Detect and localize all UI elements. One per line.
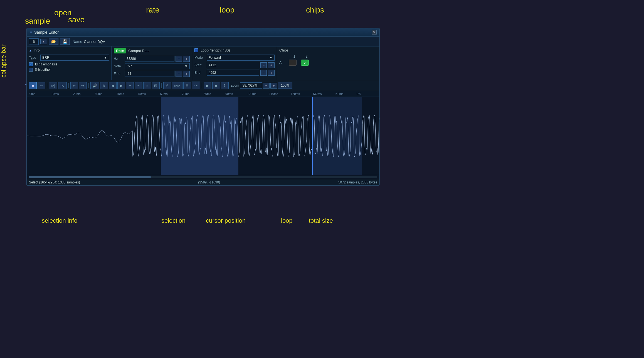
hz-minus-button[interactable]: −: [176, 56, 182, 62]
title-bar-left: ▼ Sample Editor: [29, 30, 59, 35]
loop-btn1[interactable]: ⇄: [163, 82, 171, 89]
tl-40ms: 40ms: [116, 92, 138, 95]
chips-col2-header: 2: [301, 55, 312, 58]
loop-checkbox[interactable]: ✓: [194, 48, 198, 52]
sample-number-dropdown[interactable]: ▼: [40, 39, 47, 44]
start-plus-button[interactable]: +: [268, 62, 275, 68]
loop-title: Loop (length: 480): [201, 48, 230, 52]
end-minus-button[interactable]: −: [260, 70, 267, 76]
select-tool-button[interactable]: ■: [29, 82, 37, 89]
mode-dropdown-icon: ▼: [269, 56, 273, 60]
tl-140ms: 140ms: [334, 92, 356, 95]
dither-checkbox[interactable]: [29, 68, 33, 72]
fine-plus-button[interactable]: +: [183, 71, 190, 77]
tl-90ms: 90ms: [225, 92, 246, 95]
hz-value[interactable]: 33286: [125, 56, 174, 62]
ann-loop: loop: [220, 6, 235, 14]
scrollbar-track[interactable]: [29, 176, 377, 178]
fine-label: Fine: [114, 72, 124, 76]
chip-a2[interactable]: ✓: [301, 60, 309, 66]
start-value[interactable]: 4112: [207, 62, 259, 68]
brr-emphasis-checkbox[interactable]: ✓: [29, 62, 33, 66]
loop-header: ✓ Loop (length: 480): [194, 48, 275, 52]
loop-start-button[interactable]: ⊳|: [49, 82, 57, 89]
timeline: 0ms 10ms 20ms 30ms 40ms 50ms 60ms 70ms 8…: [27, 91, 379, 97]
note-value: C-7: [127, 64, 132, 68]
status-bar: Select (1654-2984: 1330 samples) (3599, …: [27, 179, 379, 185]
undo-button[interactable]: ↩: [70, 82, 78, 89]
plus-small-button[interactable]: +: [126, 82, 134, 89]
minus-small-button[interactable]: −: [135, 82, 142, 89]
pencil-tool-button[interactable]: ✏: [38, 82, 45, 89]
chips-panel: Chips 1 2 A ✓: [277, 46, 379, 80]
tl-10ms: 10ms: [51, 92, 72, 95]
fine-row: Fine -11 − +: [114, 71, 190, 77]
export-btn[interactable]: ⤴: [221, 82, 229, 89]
speaker-button[interactable]: 🔊: [90, 82, 99, 89]
mode-select[interactable]: Forward ▼: [207, 55, 275, 61]
ann-rate: rate: [146, 6, 159, 14]
type-select[interactable]: BRR ▼: [40, 55, 109, 61]
close-button[interactable]: ✕: [372, 30, 377, 35]
chips-grid: 1 2 A ✓: [279, 55, 377, 66]
end-plus-button[interactable]: +: [268, 70, 275, 76]
waveform-area[interactable]: [27, 97, 379, 175]
toolbar-sep1: [47, 83, 47, 88]
dither-row: 8-bit dither: [29, 68, 109, 72]
play-button[interactable]: ▶: [117, 82, 125, 89]
zoom-plus-button[interactable]: +: [270, 83, 277, 89]
toolbar-sep4: [161, 83, 162, 88]
x-button[interactable]: ✕: [143, 82, 151, 89]
note-row: Note C-7 ▼: [114, 63, 190, 69]
ann-chips: chips: [306, 6, 324, 14]
toolbar-sep5: [202, 83, 202, 88]
wave-btn[interactable]: 〜: [192, 82, 200, 89]
center-button[interactable]: ⊕: [100, 82, 108, 89]
brr-emphasis-row: ✓ BRR emphasis: [29, 62, 109, 66]
redo-button[interactable]: ↪: [79, 82, 87, 89]
loop-btn2[interactable]: ⊳⊳: [172, 82, 182, 89]
note-select[interactable]: C-7 ▼: [125, 63, 190, 69]
stop-btn[interactable]: ■: [212, 82, 220, 89]
sample-name: Clarinet DQV: [84, 40, 105, 44]
end-value[interactable]: 4592: [207, 70, 259, 76]
toolbar-sep3: [88, 83, 89, 88]
collapse-icon[interactable]: ▼: [29, 31, 33, 34]
ann-sel-info: selection info: [42, 217, 77, 224]
loop-btn3[interactable]: ⊞: [183, 82, 191, 89]
start-minus-button[interactable]: −: [260, 62, 267, 68]
selection-info: Select (1654-2984: 1330 samples): [29, 180, 80, 184]
panels-row: ▲ Info Type BRR ▼ ✓ BRR emphasis 8-bit d…: [27, 46, 379, 80]
mode-label: Mode: [194, 56, 206, 60]
tl-150ms: 150: [356, 92, 377, 95]
save-button[interactable]: 💾: [60, 38, 70, 45]
ann-collapse-bar-label: collapse bar: [0, 45, 7, 78]
brr-emphasis-label: BRR emphasis: [35, 62, 57, 66]
type-dropdown-icon: ▼: [104, 56, 107, 60]
play-btn2[interactable]: ▶: [204, 82, 211, 89]
open-button[interactable]: 📂: [49, 38, 58, 45]
end-label: End: [194, 71, 206, 75]
tl-20ms: 20ms: [73, 92, 94, 95]
info-collapse-icon[interactable]: ▲: [29, 49, 32, 52]
hz-plus-button[interactable]: +: [183, 56, 190, 62]
type-field-row: Type BRR ▼: [29, 55, 109, 61]
scrollbar-thumb[interactable]: [29, 176, 151, 178]
tl-50ms: 50ms: [138, 92, 159, 95]
fine-minus-button[interactable]: −: [176, 71, 182, 77]
rate-panel: Rate Compat Rate Hz 33286 − + Note C-7 ▼…: [112, 46, 192, 80]
sample-number[interactable]: 6: [29, 38, 39, 45]
zoom-minus-button[interactable]: −: [263, 83, 270, 89]
rewind-button[interactable]: ◀: [109, 82, 117, 89]
info-panel: ▲ Info Type BRR ▼ ✓ BRR emphasis 8-bit d…: [27, 46, 112, 80]
dither-label: 8-bit dither: [35, 68, 51, 72]
loop-end-button[interactable]: |⊲: [58, 82, 66, 89]
fine-value[interactable]: -11: [125, 71, 174, 77]
tl-60ms: 60ms: [160, 92, 181, 95]
chip-a1[interactable]: [289, 60, 297, 66]
tl-0ms: 0ms: [29, 92, 51, 95]
ann-loop-bottom: loop: [281, 217, 293, 224]
crop-button[interactable]: ⊡: [152, 82, 160, 89]
zoom-100-button[interactable]: 100%: [278, 82, 293, 89]
tl-120ms: 120ms: [290, 92, 312, 95]
